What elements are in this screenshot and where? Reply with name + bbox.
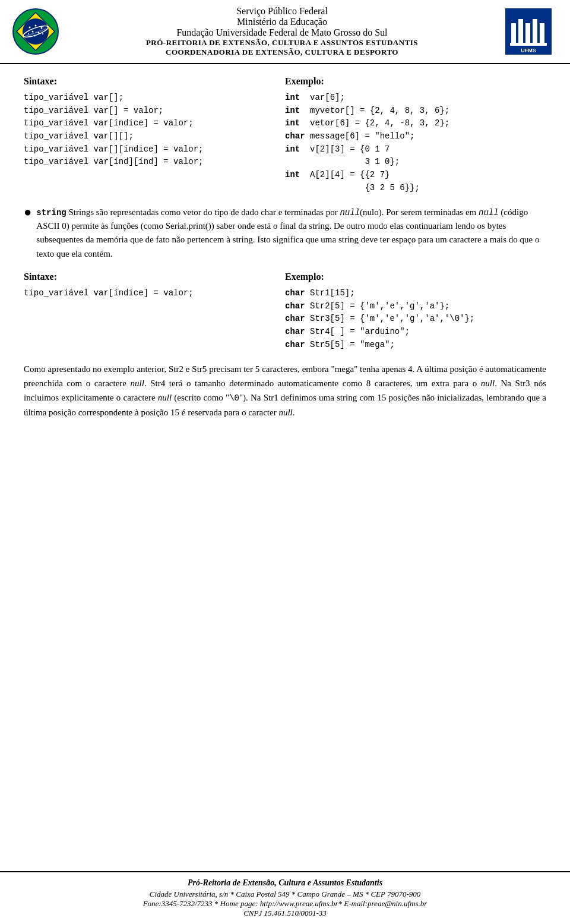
- header-line2: Ministério da Educação: [71, 17, 493, 27]
- svg-text:UFMS: UFMS: [521, 48, 536, 53]
- para-1: Como apresentado no exemplo anterior, St…: [24, 362, 546, 419]
- section2-exemplo-code: char Str1[15]; char Str2[5] = {'m','e','…: [285, 287, 546, 351]
- section2-two-col: Sintaxe: tipo_variável var[índice] = val…: [24, 272, 546, 351]
- svg-rect-17: [533, 19, 537, 44]
- null-inline-2: null: [481, 379, 495, 388]
- null-inline-1: null: [131, 379, 144, 388]
- section2-sintaxe: Sintaxe: tipo_variável var[índice] = val…: [24, 272, 285, 351]
- svg-point-5: [35, 25, 37, 27]
- bullet-text-1b: (nulo). Por serem terminadas em: [360, 207, 479, 217]
- header-line5: COORDENADORIA DE EXTENSÃO, CULTURA E DES…: [71, 48, 493, 57]
- header-text-block: Serviço Público Federal Ministério da Ed…: [59, 6, 505, 57]
- keyword-string: string: [36, 208, 66, 217]
- ufms-logo: UFMS: [505, 8, 552, 55]
- header-line3: Fundação Universidade Federal de Mato Gr…: [71, 27, 493, 38]
- null-inline-4: null: [278, 408, 292, 417]
- section1-sintaxe: Sintaxe: tipo_variável var[]; tipo_variá…: [24, 76, 285, 195]
- main-content: Sintaxe: tipo_variável var[]; tipo_variá…: [0, 64, 570, 437]
- brazil-emblem: ORDEM E PROGRESSO: [12, 8, 59, 55]
- footer-address: Cidade Universitária, s/n * Caixa Postal…: [18, 890, 552, 899]
- bullet-string-section: ● string Strings são representadas como …: [24, 206, 546, 261]
- section1-two-col: Sintaxe: tipo_variável var[]; tipo_variá…: [24, 76, 546, 195]
- svg-point-9: [34, 35, 36, 37]
- svg-point-4: [29, 27, 31, 29]
- section1-exemplo: Exemplo: int var[6]; int myvetor[] = {2,…: [285, 76, 546, 195]
- null-escape: \0: [229, 393, 239, 403]
- bullet-string-row: ● string Strings são representadas como …: [24, 206, 546, 261]
- section2-exemplo-heading: Exemplo:: [285, 272, 546, 282]
- section1-sintaxe-heading: Sintaxe:: [24, 76, 285, 87]
- bullet-dot: ●: [24, 204, 31, 220]
- null-inline-3: null: [158, 393, 172, 402]
- svg-rect-19: [510, 43, 547, 46]
- null-keyword-1: null: [340, 208, 360, 217]
- footer-cnpj: CNPJ 15.461.510/0001-33: [18, 909, 552, 918]
- section2-sintaxe-code: tipo_variável var[índice] = valor;: [24, 287, 285, 300]
- footer-title: Pró-Reitoria de Extensão, Cultura e Assu…: [18, 878, 552, 888]
- null-keyword-2: null: [479, 208, 499, 217]
- svg-rect-15: [518, 19, 523, 44]
- svg-point-10: [42, 33, 43, 34]
- bullet-string-text: string Strings são representadas como ve…: [36, 206, 546, 261]
- section2-exemplo: Exemplo: char Str1[15]; char Str2[5] = {…: [285, 272, 546, 351]
- header-line4: PRÓ-REITORIA DE EXTENSÃO, CULTURA E ASSU…: [71, 38, 493, 48]
- section2-sintaxe-heading: Sintaxe:: [24, 272, 285, 282]
- section1-exemplo-heading: Exemplo:: [285, 76, 546, 87]
- svg-rect-18: [540, 23, 544, 44]
- section1-sintaxe-code: tipo_variável var[]; tipo_variável var[]…: [24, 92, 285, 169]
- section1-exemplo-code: int var[6]; int myvetor[] = {2, 4, 8, 3,…: [285, 92, 546, 195]
- page-footer: Pró-Reitoria de Extensão, Cultura e Assu…: [0, 871, 570, 924]
- svg-rect-16: [525, 23, 530, 44]
- bullet-text-1: Strings são representadas como vetor do …: [68, 207, 340, 217]
- svg-rect-14: [511, 23, 516, 44]
- page-header: ORDEM E PROGRESSO Serviço Público Federa…: [0, 0, 570, 64]
- header-line1: Serviço Público Federal: [71, 6, 493, 17]
- footer-contact: Fone:3345-7232/7233 * Home page: http://…: [18, 899, 552, 909]
